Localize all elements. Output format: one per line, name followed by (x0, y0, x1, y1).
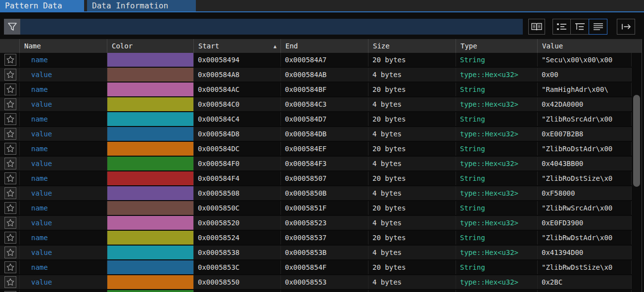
header-start[interactable]: Start ▲ (194, 39, 281, 53)
header-favorite[interactable] (0, 39, 20, 53)
pattern-name: value (20, 157, 107, 170)
start-address: 0x000584AC (194, 83, 281, 96)
favorite-star-button[interactable] (4, 232, 16, 244)
star-icon (6, 55, 15, 64)
type-name (456, 290, 538, 292)
table-row[interactable]: name0x000584DC0x000584EF20 bytesString"Z… (0, 142, 632, 157)
table-row[interactable]: name0x000584C40x000584D720 bytesString"Z… (0, 112, 632, 127)
table-row[interactable]: name0x000584AC0x000584BF20 bytesString"R… (0, 83, 632, 97)
color-swatch[interactable] (107, 127, 193, 141)
table-row[interactable]: name0x000584940x000584A720 bytesString"S… (0, 53, 632, 68)
type-name: type::Hex<u32> (456, 97, 538, 111)
color-swatch[interactable] (107, 216, 193, 230)
end-address: 0x00058507 (281, 171, 368, 185)
view-tree-list-button[interactable] (552, 19, 571, 35)
tab-data-information[interactable]: Data Information (87, 0, 196, 11)
value-text: 0x42DA0000 (538, 97, 632, 111)
pattern-name: value (20, 246, 107, 259)
color-swatch[interactable] (107, 83, 193, 96)
favorite-star-button[interactable] (4, 98, 16, 110)
type-name: type::Hex<u32> (456, 216, 538, 230)
star-icon (6, 204, 15, 212)
type-name: String (456, 142, 538, 156)
vertical-scrollbar-track[interactable] (632, 53, 642, 292)
header-type[interactable]: Type (456, 39, 538, 53)
table-row[interactable]: value0x000584A80x000584AB4 bytestype::He… (0, 68, 632, 83)
color-swatch[interactable] (107, 142, 193, 156)
jump-to-pattern-button[interactable] (617, 19, 635, 35)
header-size[interactable]: Size (368, 39, 456, 53)
tree-hierarchy-icon (575, 23, 585, 31)
table-row[interactable]: value0x000584C00x000584C34 bytestype::He… (0, 97, 632, 112)
color-swatch[interactable] (107, 68, 193, 82)
open-book-button[interactable] (528, 19, 545, 35)
favorite-star-button[interactable] (4, 247, 16, 258)
star-icon (6, 100, 15, 109)
table-row[interactable]: name0x0005850C0x0005851F20 bytesString"Z… (0, 201, 632, 216)
favorite-star-button[interactable] (4, 54, 16, 66)
favorite-cell (0, 112, 20, 126)
table-row[interactable]: value0x000585200x000585234 bytestype::He… (0, 216, 632, 231)
color-swatch[interactable] (107, 171, 193, 185)
favorite-star-button[interactable] (4, 69, 16, 81)
table-row[interactable]: name0x0005853C0x0005854F20 bytesString"Z… (0, 260, 632, 275)
color-swatch[interactable] (107, 260, 193, 274)
view-flat-list-button[interactable] (589, 19, 607, 35)
table-row[interactable]: name0x000585240x0005853720 bytesString"Z… (0, 231, 632, 246)
type-name: type::Hex<u32> (456, 275, 538, 289)
pattern-name: value (20, 97, 107, 111)
color-cell (107, 83, 194, 96)
filter-input[interactable] (20, 19, 523, 35)
type-name: type::Hex<u32> (456, 246, 538, 259)
color-cell (107, 260, 194, 274)
favorite-star-button[interactable] (4, 217, 16, 229)
header-color[interactable]: Color (107, 39, 194, 53)
start-address: 0x00058508 (194, 186, 281, 200)
type-name: type::Hex<u32> (456, 186, 538, 200)
table-row[interactable]: value0x000584F00x000584F34 bytestype::He… (0, 157, 632, 171)
start-address: 0x0005850C (194, 201, 281, 215)
color-swatch[interactable] (107, 53, 193, 67)
favorite-star-button[interactable] (4, 202, 16, 214)
view-tree-hierarchy-button[interactable] (570, 19, 589, 35)
favorite-star-button[interactable] (4, 83, 16, 95)
favorite-star-button[interactable] (4, 143, 16, 155)
color-swatch[interactable] (107, 275, 193, 289)
header-end[interactable]: End (281, 39, 368, 53)
color-swatch[interactable] (107, 201, 193, 215)
color-swatch[interactable] (107, 246, 193, 259)
jump-to-arrow-icon (621, 23, 631, 31)
favorite-star-button[interactable] (4, 113, 16, 125)
table-row[interactable]: value0x000585080x0005850B4 bytestype::He… (0, 186, 632, 201)
favorite-cell (0, 142, 20, 156)
table-row[interactable] (0, 290, 632, 292)
favorite-star-button[interactable] (4, 276, 16, 288)
color-swatch[interactable] (107, 186, 193, 200)
favorite-star-button[interactable] (4, 261, 16, 273)
color-swatch[interactable] (107, 231, 193, 245)
open-book-icon (531, 23, 542, 31)
pattern-name: value (20, 186, 107, 200)
tab-pattern-data[interactable]: Pattern Data (0, 0, 84, 11)
table-row[interactable]: name0x000584F40x0005850720 bytesString"Z… (0, 171, 632, 186)
header-value[interactable]: Value (538, 39, 642, 53)
pattern-name: value (20, 216, 107, 230)
start-address: 0x000584F0 (194, 157, 281, 170)
star-icon (6, 278, 15, 287)
color-swatch[interactable] (107, 290, 193, 292)
color-swatch[interactable] (107, 157, 193, 170)
color-swatch[interactable] (107, 112, 193, 126)
favorite-star-button[interactable] (4, 128, 16, 140)
vertical-scrollbar-thumb[interactable] (633, 95, 640, 187)
table-row[interactable]: value0x000585380x0005853B4 bytestype::He… (0, 246, 632, 260)
star-icon (6, 174, 15, 183)
favorite-star-button[interactable] (4, 172, 16, 184)
color-swatch[interactable] (107, 97, 193, 111)
table-row[interactable]: value0x000584D80x000584DB4 bytestype::He… (0, 127, 632, 142)
favorite-star-button[interactable] (4, 187, 16, 199)
table-row[interactable]: value0x000585500x000585534 bytestype::He… (0, 275, 632, 290)
header-name[interactable]: Name (20, 39, 107, 53)
value-text: "RamHighAdr\x00\ (538, 83, 632, 96)
favorite-star-button[interactable] (4, 158, 16, 169)
filter-button[interactable] (4, 19, 20, 35)
